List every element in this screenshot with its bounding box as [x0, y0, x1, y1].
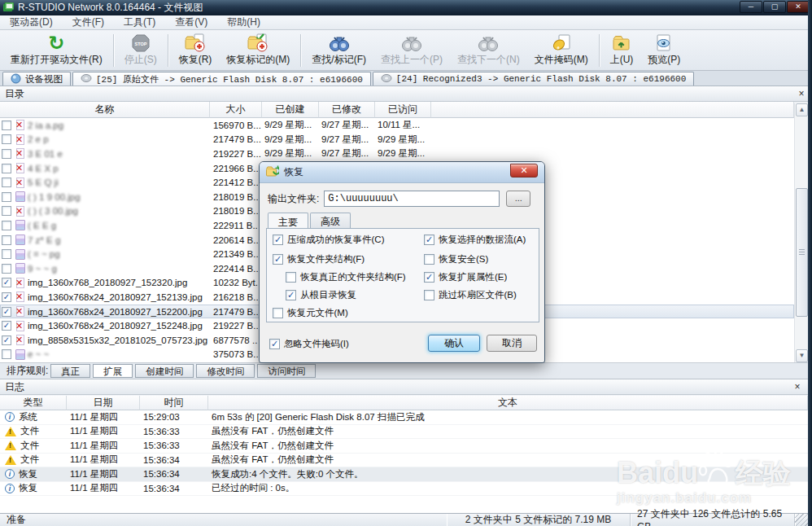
- file-row[interactable]: ✕2 e p217479 B...9/29 星期...9/27 星期...9/2…: [0, 133, 794, 147]
- row-checkbox[interactable]: [2, 249, 11, 259]
- row-checkbox[interactable]: ✓: [2, 307, 11, 317]
- check-right-3[interactable]: ✓恢复扩展属性(E): [424, 271, 507, 283]
- row-checkbox[interactable]: [2, 178, 11, 187]
- check-right-3-box[interactable]: ✓: [424, 272, 434, 283]
- log-column-header-2[interactable]: 日期: [67, 396, 140, 410]
- check-right-2-box[interactable]: [424, 254, 434, 265]
- log-close-icon[interactable]: ×: [792, 381, 803, 392]
- scroll-up-icon[interactable]: ▲: [796, 103, 808, 116]
- row-checkbox[interactable]: [2, 134, 11, 144]
- row-checkbox[interactable]: ✓: [2, 321, 11, 331]
- check-left-5[interactable]: 恢复元文件(M): [273, 307, 348, 319]
- minimize-button[interactable]: ─: [740, 1, 762, 13]
- sort-tab-1[interactable]: 真正: [50, 364, 90, 378]
- toolbar-button-reopen-drive[interactable]: ↻重新打开驱动文件(R): [3, 32, 110, 68]
- log-panel-title: 日志: [5, 380, 24, 394]
- file-row[interactable]: ✕2 ia a.pg156970 B...9/29 星期...9/27 星期..…: [0, 118, 794, 133]
- toolbar-button-file-mask[interactable]: 文件掩码(M): [527, 32, 596, 68]
- ignore-mask-checkbox[interactable]: ✓ 忽略文件掩码(I): [269, 338, 349, 350]
- row-checkbox[interactable]: [2, 121, 11, 130]
- row-checkbox[interactable]: [2, 264, 11, 274]
- check-right-1-box[interactable]: ✓: [424, 235, 434, 245]
- log-row[interactable]: i恢复11/1 星期四15:36:34恢复成功:4 个文件。失败:0 个文件。: [0, 467, 808, 482]
- column-header-3[interactable]: 已创建: [262, 102, 319, 118]
- log-column-header-4[interactable]: 文本: [208, 396, 808, 410]
- browse-button[interactable]: ...: [506, 191, 530, 207]
- scroll-down-icon[interactable]: ▼: [796, 349, 808, 362]
- file-row[interactable]: ✕3 E 01 e219227 B...9/29 星期...9/27 星期...…: [0, 147, 794, 161]
- check-right-4-box[interactable]: [424, 290, 434, 300]
- log-row[interactable]: 文件11/1 星期四15:36:33虽然没有 FAT，仍然创建文件: [0, 425, 808, 440]
- file-name: ( ) 1 9 00.jpg: [28, 192, 210, 202]
- close-button[interactable]: ✕: [787, 1, 810, 13]
- toolbar-button-preview[interactable]: 预览(P): [640, 32, 688, 68]
- log-row[interactable]: i恢复11/1 星期四15:36:34已经过的时间 : 0s。: [0, 482, 808, 497]
- toolbar-button-label: 恢复(R): [179, 53, 212, 67]
- menu-item-4[interactable]: 查看(V): [165, 15, 217, 30]
- check-left-4[interactable]: ✓从根目录恢复: [286, 289, 356, 301]
- check-left-3-box[interactable]: [286, 272, 296, 283]
- check-left-3[interactable]: 恢复真正的文件夹结构(F): [286, 271, 406, 283]
- log-row[interactable]: 文件11/1 星期四15:36:33虽然没有 FAT，仍然创建文件: [0, 439, 808, 454]
- row-checkbox[interactable]: [2, 164, 11, 173]
- check-left-5-box[interactable]: [273, 308, 283, 318]
- check-left-2-box[interactable]: ✓: [273, 254, 283, 265]
- view-tab-1[interactable]: 设备视图: [2, 72, 71, 85]
- ignore-mask-checkbox-box[interactable]: ✓: [269, 339, 280, 349]
- window-right-edge: [808, 0, 812, 526]
- dialog-title-bar[interactable]: 恢复: [260, 162, 544, 183]
- ok-button[interactable]: 确认: [428, 335, 480, 352]
- menu-item-1[interactable]: 驱动器(D): [0, 15, 63, 30]
- row-checkbox[interactable]: [2, 206, 11, 216]
- resize-grip[interactable]: [795, 514, 808, 526]
- column-header-2[interactable]: 大小: [210, 102, 262, 118]
- sort-tab-4[interactable]: 修改时间: [196, 364, 255, 378]
- toolbar-button-recover[interactable]: 恢复(R): [172, 32, 220, 68]
- check-right-1[interactable]: ✓恢复选择的数据流(A): [424, 234, 526, 246]
- view-tab-3[interactable]: [24] Recognized3 -> Generic Flash Disk 8…: [373, 72, 694, 85]
- row-checkbox[interactable]: ✓: [2, 335, 11, 345]
- row-checkbox[interactable]: [2, 149, 11, 159]
- sort-tab-5[interactable]: 访问时间: [257, 364, 316, 378]
- column-header-1[interactable]: 名称: [0, 102, 210, 118]
- dialog-close-button[interactable]: ✕: [510, 164, 538, 178]
- check-left-2[interactable]: ✓恢复文件夹结构(F): [273, 253, 365, 265]
- menu-item-3[interactable]: 工具(T): [114, 15, 165, 30]
- scrollbar-thumb[interactable]: [796, 188, 808, 317]
- column-header-5[interactable]: 已访问: [375, 102, 431, 118]
- sort-tab-2[interactable]: 扩展: [93, 364, 133, 378]
- row-checkbox[interactable]: [2, 349, 11, 359]
- row-checkbox[interactable]: ✓: [2, 278, 11, 287]
- menu-item-5[interactable]: 帮助(H): [217, 15, 270, 30]
- deleted-file-icon: ✕: [13, 278, 28, 288]
- column-header-4[interactable]: 已修改: [319, 102, 375, 118]
- output-folder-input[interactable]: G:\uuuuuuuu\: [324, 191, 500, 207]
- log-column-header-1[interactable]: 类型: [0, 396, 67, 410]
- check-left-4-box[interactable]: ✓: [286, 290, 296, 300]
- check-left-1[interactable]: ✓压缩成功的恢复事件(C): [273, 234, 384, 246]
- row-checkbox[interactable]: [2, 192, 11, 202]
- log-column-header-3[interactable]: 时间: [140, 396, 208, 410]
- view-tab-2[interactable]: [25] 原始文件 -> Generic Flash Disk 8.07 : e…: [72, 72, 371, 85]
- check-right-2[interactable]: 恢复安全(S): [424, 253, 488, 265]
- check-left-1-box[interactable]: ✓: [273, 235, 283, 245]
- cancel-button[interactable]: 取消: [487, 335, 537, 352]
- sort-tab-3[interactable]: 创建时间: [135, 364, 194, 378]
- deleted-file-icon: ✕: [13, 321, 28, 331]
- toolbar-button-up-folder[interactable]: 上(U): [603, 32, 641, 68]
- toolbar-button-recover-marked[interactable]: 恢复标记的(M): [219, 32, 297, 68]
- app-window: R-STUDIO Network 8.0.164464 - 文件视图 ─ ▢ ✕…: [0, 0, 812, 526]
- directory-close-icon[interactable]: ×: [796, 88, 807, 99]
- file-list-scrollbar[interactable]: ▲ ▼: [794, 103, 808, 362]
- toolbar-button-find-mark[interactable]: 查找/标记(F): [304, 32, 373, 68]
- row-checkbox[interactable]: [2, 221, 11, 230]
- row-checkbox[interactable]: ✓: [2, 292, 11, 302]
- file-list-header: 名称大小已创建已修改已访问: [0, 102, 794, 118]
- output-folder-row: 输出文件夹: G:\uuuuuuuu\ ...: [260, 190, 544, 208]
- log-row[interactable]: 文件11/1 星期四15:36:34虽然没有 FAT，仍然创建文件: [0, 454, 808, 468]
- menu-item-2[interactable]: 文件(F): [63, 15, 114, 30]
- check-right-4[interactable]: 跳过坏扇区文件(B): [424, 289, 517, 301]
- row-checkbox[interactable]: [2, 235, 11, 245]
- maximize-button[interactable]: ▢: [763, 1, 786, 13]
- log-row[interactable]: i系统11/1 星期四15:29:036m 53s 的 [20] Generic…: [0, 410, 808, 425]
